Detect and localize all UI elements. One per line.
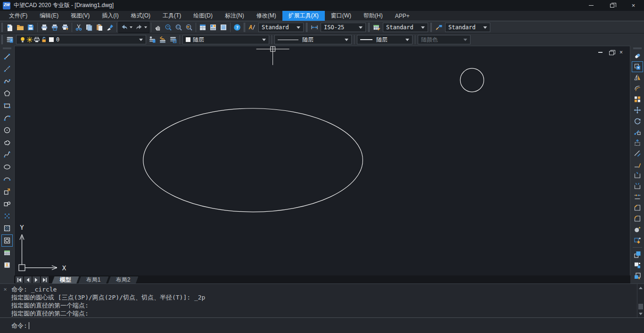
- scale-icon[interactable]: [632, 126, 643, 137]
- ellipse-arc-icon[interactable]: [1, 173, 13, 185]
- save-icon[interactable]: [25, 22, 36, 33]
- first-tab-button[interactable]: [16, 276, 23, 283]
- rotate-icon[interactable]: [632, 116, 643, 126]
- hatch-icon[interactable]: [1, 222, 13, 234]
- properties-palette-icon[interactable]: [198, 22, 208, 33]
- command-scrollbar[interactable]: [637, 284, 644, 317]
- move-icon[interactable]: [632, 105, 643, 116]
- toolbar-drag-handle[interactable]: [430, 23, 432, 32]
- last-tab-button[interactable]: [41, 276, 49, 283]
- command-history[interactable]: ✕ 命令: _circle 指定圆的圆心或 [三点(3P)/两点(2P)/切点、…: [0, 284, 644, 317]
- lineweight-select[interactable]: 随层: [357, 35, 413, 44]
- explode-icon[interactable]: [632, 224, 643, 235]
- ellipse-icon[interactable]: [1, 161, 13, 173]
- point-icon[interactable]: [1, 210, 13, 222]
- restore-button[interactable]: [602, 0, 623, 11]
- match-properties-icon[interactable]: [105, 22, 115, 33]
- drawn-ellipse[interactable]: [143, 108, 363, 212]
- toolbar-drag-handle[interactable]: [633, 48, 642, 49]
- print-icon[interactable]: [39, 22, 50, 33]
- trim-icon[interactable]: [632, 148, 643, 159]
- toolbar-drag-handle[interactable]: [306, 23, 307, 32]
- break-icon[interactable]: [632, 181, 643, 191]
- construction-line-icon[interactable]: [1, 63, 13, 75]
- toolbar-drag-handle[interactable]: [3, 48, 11, 49]
- break-at-point-icon[interactable]: [632, 170, 643, 181]
- toolbar-drag-handle[interactable]: [1, 23, 3, 32]
- drawing-canvas[interactable]: Y X ×: [14, 46, 630, 275]
- menu-dimension[interactable]: 标注(N): [219, 11, 250, 21]
- join-icon[interactable]: [632, 191, 643, 202]
- menu-window[interactable]: 窗口(W): [325, 11, 357, 21]
- design-center-icon[interactable]: [208, 22, 218, 33]
- insert-block-icon[interactable]: [1, 185, 13, 198]
- erase-icon[interactable]: [632, 50, 643, 61]
- drawn-circle[interactable]: [460, 68, 484, 92]
- arc-icon[interactable]: [1, 112, 13, 124]
- zoom-previous-icon[interactable]: [184, 22, 194, 33]
- tab-model[interactable]: 模型: [51, 276, 80, 283]
- document-restore-button[interactable]: [608, 50, 614, 55]
- scroll-down-button[interactable]: [637, 310, 644, 317]
- linetype-select[interactable]: 随层: [274, 35, 352, 44]
- toolbar-drag-handle[interactable]: [368, 23, 370, 32]
- text-style-select[interactable]: Standard: [258, 23, 304, 32]
- open-folder-icon[interactable]: [15, 22, 25, 33]
- plot-icon[interactable]: [60, 22, 70, 33]
- menu-express-tools[interactable]: 扩展工具(X): [282, 11, 325, 21]
- menu-insert[interactable]: 插入(I): [96, 11, 124, 21]
- color-select[interactable]: 随层: [182, 35, 269, 44]
- menu-file[interactable]: 文件(F): [3, 11, 33, 21]
- stretch-icon[interactable]: [632, 137, 643, 148]
- layer-previous-icon[interactable]: [157, 34, 168, 45]
- toolbar-drag-handle[interactable]: [244, 23, 245, 32]
- menu-modify[interactable]: 修改(M): [250, 11, 282, 21]
- table-style-select[interactable]: Standard: [383, 23, 428, 32]
- command-input[interactable]: 命令:: [0, 317, 644, 333]
- undo-icon[interactable]: [119, 22, 130, 33]
- pan-icon[interactable]: [153, 22, 163, 33]
- layer-states-manager-icon[interactable]: [168, 34, 178, 45]
- new-file-icon[interactable]: [5, 22, 15, 33]
- scroll-up-button[interactable]: [637, 284, 644, 291]
- array-icon[interactable]: [632, 94, 643, 105]
- paste-icon[interactable]: [94, 22, 105, 33]
- chamfer-icon[interactable]: [632, 202, 643, 213]
- rectangle-icon[interactable]: [1, 100, 13, 112]
- minimize-button[interactable]: [580, 0, 602, 11]
- toolbar-drag-handle[interactable]: [1, 35, 3, 44]
- layer-properties-icon[interactable]: [5, 34, 15, 45]
- polyline-icon[interactable]: [1, 75, 13, 87]
- polygon-icon[interactable]: [1, 87, 13, 100]
- menu-app-plus[interactable]: APP+: [389, 11, 416, 21]
- copy-icon[interactable]: [632, 61, 643, 72]
- previous-tab-button[interactable]: [24, 276, 32, 283]
- circle-icon[interactable]: [1, 124, 13, 136]
- next-tab-button[interactable]: [33, 276, 40, 283]
- layer-select[interactable]: 0: [16, 35, 146, 44]
- cut-icon[interactable]: [74, 22, 84, 33]
- draworder-back-icon[interactable]: [632, 260, 643, 271]
- spline-icon[interactable]: [1, 149, 13, 161]
- menu-format[interactable]: 格式(O): [125, 11, 157, 21]
- command-panel-close-icon[interactable]: ✕: [2, 286, 8, 292]
- offset-icon[interactable]: [632, 83, 643, 94]
- help-icon[interactable]: ?: [232, 22, 242, 33]
- mleader-style-select[interactable]: Standard: [445, 23, 490, 32]
- donut-icon[interactable]: [1, 234, 13, 247]
- line-icon[interactable]: [1, 50, 13, 63]
- undo-dropdown-caret-icon[interactable]: [130, 26, 132, 30]
- mirror-icon[interactable]: [632, 72, 643, 83]
- make-block-icon[interactable]: [1, 198, 13, 210]
- close-button[interactable]: ×: [623, 0, 644, 11]
- draworder-under-icon[interactable]: [632, 271, 643, 282]
- extend-icon[interactable]: [632, 159, 643, 170]
- scrollbar-thumb[interactable]: [638, 304, 643, 309]
- redo-icon[interactable]: [134, 22, 144, 33]
- zoom-window-icon[interactable]: [173, 22, 184, 33]
- menu-tools[interactable]: 工具(T): [157, 11, 187, 21]
- draworder-front-icon[interactable]: [632, 249, 643, 260]
- zoom-realtime-icon[interactable]: [163, 22, 173, 33]
- tab-layout2[interactable]: 布局2: [107, 276, 139, 283]
- edit-block-icon[interactable]: [632, 235, 643, 246]
